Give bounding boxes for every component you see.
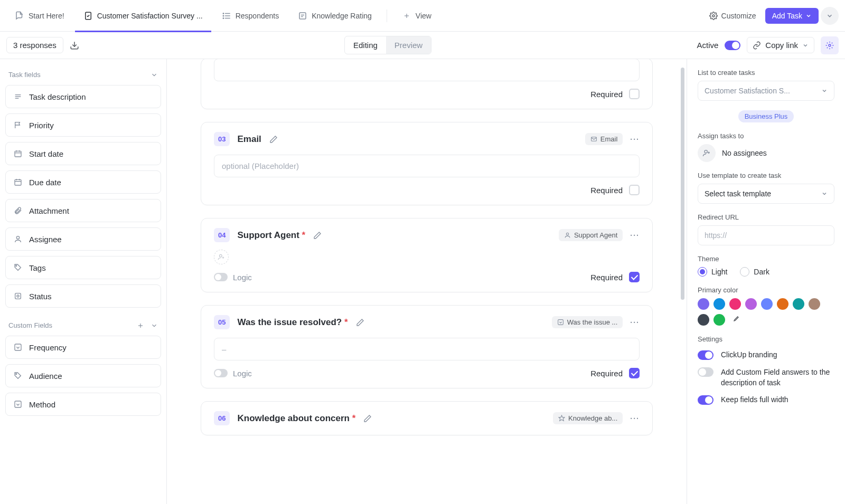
scrollbar[interactable]: [681, 68, 684, 300]
question-card-partial[interactable]: Required: [201, 59, 653, 109]
more-menu-button[interactable]: [821, 7, 839, 25]
question-more-menu[interactable]: ···: [630, 231, 640, 240]
chevron-down-icon: [821, 191, 828, 197]
color-swatch[interactable]: [729, 298, 741, 310]
question-card-issue-resolved[interactable]: 05 Was the issue resolved? * Was the iss…: [201, 305, 653, 388]
chevron-down-icon[interactable]: [151, 322, 158, 329]
dropdown-placeholder[interactable]: –: [214, 338, 640, 360]
chevron-down-icon[interactable]: [151, 71, 158, 79]
pin-doc-icon: [15, 11, 24, 21]
active-label: Active: [697, 41, 718, 50]
tab-label: Start Here!: [29, 12, 64, 20]
question-more-menu[interactable]: ···: [630, 135, 640, 144]
template-select[interactable]: Select task template: [698, 184, 834, 204]
branding-toggle[interactable]: [698, 350, 713, 360]
field-status[interactable]: Status: [5, 284, 161, 308]
field-priority[interactable]: Priority: [5, 113, 161, 137]
question-card-support-agent[interactable]: 04 Support Agent * Support Agent ··· Log: [201, 218, 653, 292]
customize-button[interactable]: Customize: [702, 7, 763, 24]
svg-marker-41: [559, 415, 565, 421]
pencil-icon[interactable]: [355, 318, 365, 327]
color-swatch[interactable]: [777, 298, 788, 310]
plan-badge: Business Plus: [738, 110, 794, 122]
pencil-icon[interactable]: [313, 231, 322, 240]
placeholder-input[interactable]: [214, 155, 640, 177]
field-task-description[interactable]: Task description: [5, 85, 161, 108]
add-cf-description-toggle[interactable]: [698, 367, 713, 377]
color-swatch[interactable]: [745, 298, 757, 310]
preview-tab[interactable]: Preview: [386, 36, 431, 54]
pencil-icon[interactable]: [363, 414, 372, 423]
required-checkbox[interactable]: [629, 272, 640, 282]
add-view-button[interactable]: View: [393, 0, 440, 32]
download-icon[interactable]: [70, 41, 79, 50]
tab-respondents[interactable]: Respondents: [213, 0, 288, 32]
logic-toggle[interactable]: [214, 369, 228, 377]
field-label: Tags: [29, 263, 46, 272]
pencil-icon[interactable]: [269, 135, 278, 144]
color-swatch[interactable]: [761, 298, 773, 310]
required-checkbox[interactable]: [629, 89, 640, 99]
question-card-email[interactable]: 03 Email Email ··· Required: [201, 122, 653, 205]
setting-label: Theme: [698, 255, 834, 263]
plus-icon[interactable]: [137, 322, 144, 329]
clipboard-check-icon: [83, 11, 93, 21]
field-due-date[interactable]: Due date: [5, 170, 161, 194]
field-tags[interactable]: Tags: [5, 256, 161, 279]
calendar-icon: [13, 177, 23, 187]
list-select[interactable]: Customer Satisfaction S...: [698, 81, 834, 101]
add-task-button[interactable]: Add Task: [765, 8, 819, 24]
color-swatch[interactable]: [698, 314, 709, 326]
theme-light-radio[interactable]: Light: [698, 267, 727, 277]
required-checkbox[interactable]: [629, 368, 640, 378]
question-more-menu[interactable]: ···: [630, 318, 640, 327]
user-icon: [564, 232, 571, 239]
custom-field-frequency[interactable]: Frequency: [5, 336, 161, 359]
question-card-knowledge[interactable]: 06 Knowledge about concern * Knowledge a…: [201, 401, 653, 435]
user-plus-icon: [702, 149, 711, 157]
tab-survey[interactable]: Customer Satisfaction Survey ...: [75, 0, 211, 32]
field-attachment[interactable]: Attachment: [5, 199, 161, 222]
color-swatch[interactable]: [713, 298, 725, 310]
field-label: Due date: [29, 178, 61, 187]
color-swatch[interactable]: [698, 298, 709, 310]
tab-label: Knowledge Rating: [312, 12, 372, 20]
section-header: Task fields: [8, 71, 41, 79]
envelope-icon: [590, 136, 597, 142]
color-swatch[interactable]: [713, 314, 725, 326]
copy-link-button[interactable]: Copy link: [747, 37, 814, 53]
required-checkbox[interactable]: [629, 185, 640, 195]
form-settings-button[interactable]: [821, 36, 839, 54]
color-swatch[interactable]: [793, 298, 804, 310]
status-icon: [13, 291, 23, 301]
button-label: Customize: [721, 12, 756, 20]
logic-toggle[interactable]: [214, 273, 228, 281]
question-number: 03: [214, 132, 230, 146]
setting-text: ClickUp branding: [721, 350, 777, 359]
color-swatches: [698, 298, 834, 326]
field-assignee[interactable]: Assignee: [5, 227, 161, 251]
tab-knowledge-rating[interactable]: Knowledge Rating: [289, 0, 380, 32]
custom-field-method[interactable]: Method: [5, 393, 161, 416]
color-swatch[interactable]: [809, 298, 820, 310]
add-assignee-button[interactable]: [698, 144, 716, 162]
custom-field-audience[interactable]: Audience: [5, 364, 161, 387]
field-label: Start date: [29, 149, 63, 158]
form-settings-panel: List to create tasks Customer Satisfacti…: [687, 59, 845, 504]
full-width-toggle[interactable]: [698, 395, 713, 405]
placeholder-input[interactable]: [214, 59, 640, 81]
gear-icon: [709, 11, 718, 21]
field-label: Status: [29, 292, 52, 301]
redirect-url-input[interactable]: [698, 225, 834, 245]
question-number: 04: [214, 228, 230, 242]
chevron-down-icon: [821, 88, 828, 94]
field-start-date[interactable]: Start date: [5, 142, 161, 165]
responses-count[interactable]: 3 responses: [6, 37, 63, 53]
theme-dark-radio[interactable]: Dark: [740, 267, 769, 277]
editing-tab[interactable]: Editing: [345, 36, 386, 54]
add-people-icon[interactable]: [214, 250, 229, 264]
active-toggle[interactable]: [725, 41, 740, 50]
color-picker-icon[interactable]: [729, 314, 741, 326]
tab-start-here[interactable]: Start Here!: [6, 0, 73, 32]
question-more-menu[interactable]: ···: [630, 414, 640, 423]
